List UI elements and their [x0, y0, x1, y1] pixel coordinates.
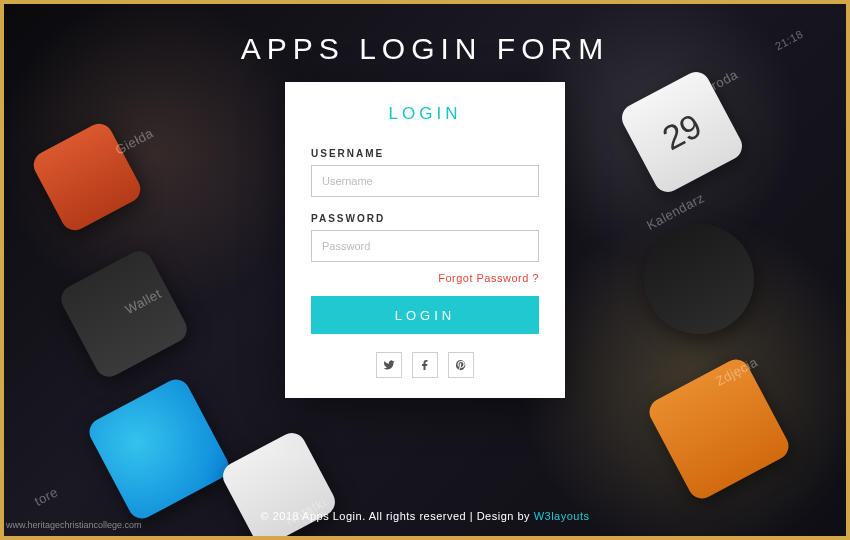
pinterest-button[interactable]	[448, 352, 474, 378]
footer-copyright: © 2018 Apps Login. All rights reserved |…	[261, 510, 534, 522]
twitter-button[interactable]	[376, 352, 402, 378]
bg-calendar-tile: 29	[617, 67, 747, 197]
login-button[interactable]: LOGIN	[311, 296, 539, 334]
login-card: LOGIN USERNAME PASSWORD Forgot Password …	[285, 82, 565, 398]
bg-tile	[29, 119, 145, 235]
password-label: PASSWORD	[311, 213, 539, 224]
bg-clock-tile	[625, 205, 774, 354]
footer-link[interactable]: W3layouts	[534, 510, 590, 522]
facebook-button[interactable]	[412, 352, 438, 378]
page-title: APPS LOGIN FORM	[4, 32, 846, 66]
calendar-day: 29	[656, 106, 708, 158]
username-input[interactable]	[311, 165, 539, 197]
card-title: LOGIN	[311, 104, 539, 124]
watermark: www.heritagechristiancollege.com	[6, 520, 142, 530]
background-frame: 29 Giełda Wallet tore Notatki Kalendarz …	[4, 4, 846, 536]
forgot-password-link[interactable]: Forgot Password ?	[311, 272, 539, 284]
bg-tile	[645, 355, 794, 504]
facebook-icon	[419, 359, 431, 371]
bg-label: tore	[32, 484, 61, 509]
twitter-icon	[383, 359, 395, 371]
social-row	[311, 352, 539, 378]
pinterest-icon	[455, 359, 467, 371]
password-input[interactable]	[311, 230, 539, 262]
bg-tile	[85, 375, 234, 524]
username-label: USERNAME	[311, 148, 539, 159]
bg-tile	[56, 246, 191, 381]
